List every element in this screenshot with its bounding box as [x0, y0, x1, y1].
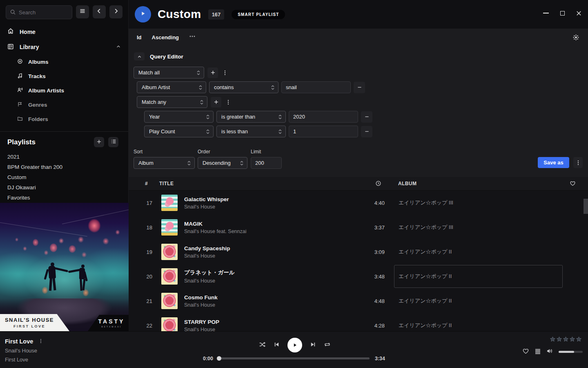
rule-operator-select[interactable]: is less than — [216, 126, 286, 137]
track-album-cell[interactable]: エイリアン☆ポップ II — [394, 314, 563, 331]
playlist-item[interactable]: Favorites — [0, 193, 128, 203]
track-cover-thumbnail[interactable] — [161, 317, 178, 331]
track-title[interactable]: STARRY POP — [184, 319, 349, 325]
track-title[interactable]: MAGIK — [184, 221, 349, 227]
remove-rule-button[interactable] — [354, 82, 365, 93]
track-row[interactable]: 19 Candy Spaceship Snail's House 3:09 エイ… — [129, 240, 588, 264]
match-type-select[interactable]: Match any — [137, 96, 207, 108]
track-album-cell[interactable]: エイリアン☆ポップ III — [394, 191, 563, 214]
save-options-button[interactable] — [573, 157, 583, 168]
group-options-button[interactable] — [224, 97, 232, 108]
volume-icon[interactable] — [546, 348, 553, 356]
playlist-list-button[interactable] — [108, 137, 118, 147]
playlist-item[interactable]: BPM Greater than 200 — [0, 162, 128, 172]
scrollbar-thumb[interactable] — [584, 199, 588, 214]
track-title[interactable]: Galactic Whisper — [184, 196, 349, 202]
now-playing-album[interactable]: First Love — [5, 357, 43, 363]
track-album-cell[interactable]: エイリアン☆ポップ II — [394, 265, 563, 288]
limit-input[interactable] — [251, 157, 282, 169]
sort-select[interactable]: Album — [134, 157, 195, 169]
track-row[interactable]: 20 プラネット・ガール Snail's House 3:48 エイリアン☆ポッ… — [129, 264, 588, 289]
playlist-item[interactable]: 2021 — [0, 152, 128, 162]
now-playing-title[interactable]: First Love — [5, 338, 33, 345]
now-playing-artist[interactable]: Snail's House — [5, 348, 43, 354]
star-icon[interactable] — [576, 336, 582, 344]
column-index[interactable]: # — [145, 181, 148, 186]
nav-back-button[interactable] — [93, 5, 106, 18]
heart-icon[interactable] — [570, 180, 576, 188]
track-cover-thumbnail[interactable] — [161, 293, 178, 309]
rule-field-select[interactable]: Play Count — [144, 126, 214, 137]
sort-order-button[interactable]: Ascending — [152, 34, 179, 40]
group-options-button[interactable] — [221, 67, 229, 78]
collapse-query-editor-button[interactable] — [134, 52, 145, 61]
minimize-button[interactable] — [543, 10, 549, 16]
star-icon[interactable] — [563, 336, 569, 344]
maximize-button[interactable] — [559, 10, 566, 16]
rule-field-select[interactable]: Year — [144, 111, 214, 123]
track-artist[interactable]: Snail's House — [184, 278, 349, 284]
more-options-button[interactable] — [189, 33, 196, 41]
track-row[interactable]: 18 MAGIK Snail's House feat. Sennzai 3:3… — [129, 215, 588, 240]
next-button[interactable] — [310, 341, 316, 349]
seek-handle[interactable] — [217, 356, 221, 361]
track-title[interactable]: プラネット・ガール — [184, 269, 349, 276]
favorite-heart-icon[interactable] — [522, 348, 529, 356]
gear-icon[interactable] — [572, 34, 579, 43]
track-row[interactable]: 21 Cosmo Funk Snail's House 4:48 エイリアン☆ポ… — [129, 289, 588, 313]
add-rule-button[interactable] — [207, 67, 218, 78]
track-cover-thumbnail[interactable] — [161, 244, 178, 260]
sidebar-item-home[interactable]: Home — [0, 24, 128, 40]
track-title[interactable]: Candy Spaceship — [184, 245, 349, 251]
close-button[interactable] — [575, 10, 582, 16]
column-title[interactable]: TITLE — [159, 181, 174, 186]
track-artist[interactable]: Snail's House — [184, 253, 349, 259]
play-pause-button[interactable] — [287, 338, 302, 352]
star-icon[interactable] — [556, 336, 562, 344]
track-album-cell[interactable]: エイリアン☆ポップ III — [394, 216, 563, 239]
track-album-cell[interactable]: エイリアン☆ポップ II — [394, 240, 563, 263]
playlist-item[interactable]: DJ Okawari — [0, 182, 128, 193]
rule-value-input[interactable] — [289, 126, 358, 137]
sidebar-item-library[interactable]: Library — [0, 40, 128, 55]
rule-value-input[interactable] — [289, 111, 358, 123]
sort-field-button[interactable]: Id — [137, 34, 142, 40]
menu-button[interactable] — [76, 5, 89, 18]
star-icon[interactable] — [569, 336, 575, 344]
sidebar-item-albums[interactable]: Albums — [0, 55, 128, 69]
volume-slider[interactable] — [559, 351, 583, 353]
previous-button[interactable] — [274, 341, 280, 349]
queue-icon[interactable] — [535, 348, 541, 356]
track-options-button[interactable] — [38, 338, 43, 345]
clock-icon[interactable] — [375, 180, 381, 188]
star-icon[interactable] — [550, 336, 556, 344]
chevron-up-icon[interactable] — [116, 44, 121, 50]
track-album-cell[interactable]: エイリアン☆ポップ II — [394, 289, 563, 312]
sidebar-item-genres[interactable]: Genres — [0, 98, 128, 112]
track-cover-thumbnail[interactable] — [161, 219, 178, 236]
save-as-button[interactable]: Save as — [538, 157, 569, 168]
track-cover-thumbnail[interactable] — [161, 268, 178, 285]
shuffle-button[interactable] — [259, 341, 266, 350]
remove-rule-button[interactable] — [361, 111, 372, 123]
playlist-item[interactable]: Custom — [0, 172, 128, 182]
track-artist[interactable]: Snail's House — [184, 302, 349, 308]
sidebar-item-album-artists[interactable]: Album Artists — [0, 83, 128, 98]
rule-operator-select[interactable]: is greater than — [216, 111, 286, 123]
order-select[interactable]: Descending — [198, 157, 247, 169]
add-rule-button[interactable] — [211, 97, 221, 108]
nav-forward-button[interactable] — [109, 5, 122, 18]
rule-value-input[interactable] — [281, 81, 351, 93]
play-playlist-button[interactable] — [135, 6, 151, 22]
sidebar-item-tracks[interactable]: Tracks — [0, 69, 128, 83]
repeat-button[interactable] — [324, 341, 331, 350]
track-artist[interactable]: Snail's House feat. Sennzai — [184, 229, 349, 234]
track-cover-thumbnail[interactable] — [161, 195, 178, 211]
add-playlist-button[interactable] — [94, 137, 104, 147]
track-artist[interactable]: Snail's House — [184, 204, 349, 210]
rule-operator-select[interactable]: contains — [209, 81, 278, 93]
column-album[interactable]: ALBUM — [398, 181, 416, 186]
track-row[interactable]: 22 STARRY POP Snail's House 4:28 エイリアン☆ポ… — [129, 313, 588, 331]
track-title[interactable]: Cosmo Funk — [184, 294, 349, 301]
track-artist[interactable]: Snail's House — [184, 327, 349, 332]
